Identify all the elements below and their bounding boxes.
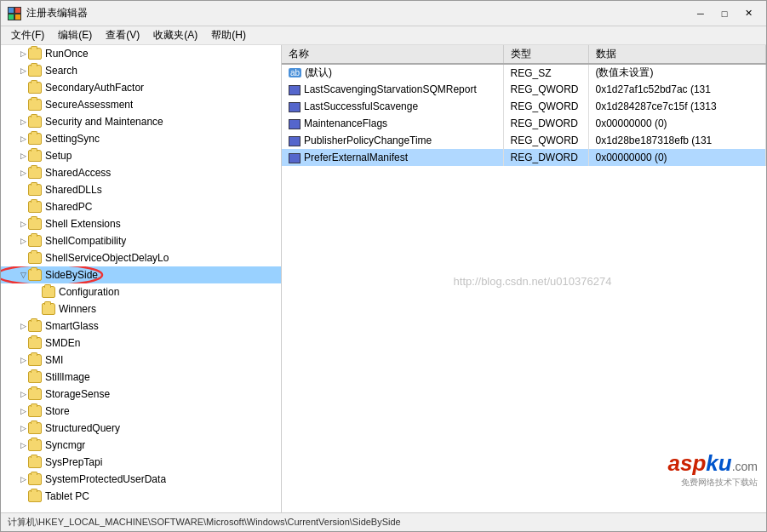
maximize-button[interactable]: □ [713,5,736,22]
table-row[interactable]: LastSuccessfulScavenge REG_QWORD 0x1d284… [282,98,766,115]
tree-item-label: SideBySide [45,269,98,281]
expand-icon: ▷ [18,438,28,452]
registry-table[interactable]: 名称 类型 数据 ab(默认) REG_SZ (数值未设置) [282,45,766,512]
table-row[interactable]: LastScavengingStarvationSQMReport REG_QW… [282,81,766,98]
folder-icon [28,388,42,400]
tree-item-sharedaccess[interactable]: ▷ SharedAccess [1,164,281,181]
expand-icon: ▷ [18,319,28,333]
menu-bar: 文件(F) 编辑(E) 查看(V) 收藏夹(A) 帮助(H) [1,26,766,45]
svg-rect-2 [9,14,14,20]
expand-icon: ▷ [18,387,28,401]
tree-item-search[interactable]: ▷ Search [1,62,281,79]
tree-item-systemprotecteduserdata[interactable]: ▷ SystemProtectedUserData [1,471,281,488]
tree-item-storagesense[interactable]: ▷ StorageSense [1,386,281,403]
tree-item-shellextensions[interactable]: ▷ Shell Extensions [1,215,281,232]
tree-item-label: Search [45,65,77,77]
tree-item-configuration[interactable]: Configuration [1,283,281,300]
tree-item-syspreptapi[interactable]: SysPrepTapi [1,454,281,471]
table-row[interactable]: ab(默认) REG_SZ (数值未设置) [282,64,766,81]
tree-item-label: ShellCompatibility [45,235,126,247]
tree-item-label: Tablet PC [45,490,89,502]
tree-item-syncmgr[interactable]: ▷ Syncmgr [1,437,281,454]
expand-icon: ▽ [18,268,28,282]
tree-item-label: SmartGlass [45,320,99,332]
tree-item-shareddlls[interactable]: SharedDLLs [1,181,281,198]
tree-item-secondaryauthfactor[interactable]: SecondaryAuthFactor [1,79,281,96]
folder-icon [42,286,55,298]
tree-item-label: SMI [45,354,63,366]
expand-icon: ▷ [18,166,28,180]
title-bar: 注册表编辑器 ─ □ ✕ [1,1,766,26]
folder-icon [28,252,42,264]
close-button[interactable]: ✕ [737,5,759,22]
table-row[interactable]: PublisherPolicyChangeTime REG_QWORD 0x1d… [282,132,766,149]
tree-item-smden[interactable]: SMDEn [1,335,281,352]
expand-icon [31,285,42,299]
expand-icon: ▷ [18,132,28,146]
tree-item-structuredquery[interactable]: ▷ StructuredQuery [1,420,281,437]
reg-data: (数值未设置) [588,64,766,81]
reg-name: ab(默认) [282,64,503,81]
folder-icon [28,354,42,366]
tree-item-runonce[interactable]: ▷ RunOnce [1,45,281,62]
tree-item-settingsync[interactable]: ▷ SettingSync [1,130,281,147]
table-row[interactable]: PreferExternalManifest REG_DWORD 0x00000… [282,149,766,166]
reg-name: MaintenanceFlags [282,115,503,132]
tree-item-secureassessment[interactable]: SecureAssessment [1,96,281,113]
svg-rect-0 [9,8,14,13]
expand-icon [18,200,28,214]
window-controls: ─ □ ✕ [690,5,759,22]
expand-icon: ▷ [18,472,28,486]
tree-item-securitymaintenance[interactable]: ▷ Security and Maintenance [1,113,281,130]
menu-view[interactable]: 查看(V) [99,26,146,44]
expand-icon: ▷ [18,149,28,163]
expand-icon [18,489,28,503]
tree-item-label: StillImage [45,371,90,383]
main-window: 注册表编辑器 ─ □ ✕ 文件(F) 编辑(E) 查看(V) 收藏夹(A) 帮助… [0,0,767,532]
tree-item-sharedpc[interactable]: SharedPC [1,198,281,215]
menu-file[interactable]: 文件(F) [4,26,51,44]
tree-item-shellserviceobjectdelay[interactable]: ShellServiceObjectDelayLo [1,249,281,266]
tree-item-setup[interactable]: ▷ Setup [1,147,281,164]
table-row[interactable]: MaintenanceFlags REG_DWORD 0x00000000 (0… [282,115,766,132]
menu-favorites[interactable]: 收藏夹(A) [146,26,204,44]
tree-item-label: SettingSync [45,133,100,145]
expand-icon: ▷ [18,217,28,231]
folder-icon [28,133,42,145]
tree-item-store[interactable]: ▷ Store [1,403,281,420]
tree-item-label: Winners [59,303,96,315]
reg-data: 0x00000000 (0) [588,115,766,132]
menu-help[interactable]: 帮助(H) [204,26,253,44]
svg-rect-3 [15,14,20,20]
reg-name: LastSuccessfulScavenge [282,98,503,115]
tree-item-stillimage[interactable]: StillImage [1,369,281,386]
folder-icon [28,405,42,417]
folder-icon [28,269,42,281]
folder-icon [28,473,42,485]
tree-item-shellcompatibility[interactable]: ▷ ShellCompatibility [1,232,281,249]
tree-item-tabletpc[interactable]: Tablet PC [1,488,281,505]
col-header-name: 名称 [282,45,503,64]
expand-icon [18,183,28,197]
reg-data: 0x1d28be187318efb (131 [588,132,766,149]
reg-data: 0x1d284287ce7c15f (1313 [588,98,766,115]
registry-tree[interactable]: ▷ RunOnce ▷ Search SecondaryAuthFactor S… [1,45,282,512]
expand-icon: ▷ [18,115,28,129]
folder-icon [28,150,42,162]
reg-type: REG_QWORD [503,132,588,149]
tree-item-smi[interactable]: ▷ SMI [1,352,281,369]
col-header-type: 类型 [503,45,588,64]
tree-item-winners[interactable]: Winners [1,300,281,317]
tree-item-label: SharedAccess [45,167,111,179]
tree-item-smartglass[interactable]: ▷ SmartGlass [1,317,281,335]
minimize-button[interactable]: ─ [690,5,712,22]
expand-icon: ▷ [18,421,28,435]
folder-icon [28,218,42,230]
folder-icon [28,320,42,332]
expand-icon [18,251,28,265]
right-pane: 名称 类型 数据 ab(默认) REG_SZ (数值未设置) [282,45,766,512]
tree-item-sidebyside[interactable]: ▽ SideBySide [1,266,281,283]
menu-edit[interactable]: 编辑(E) [51,26,99,44]
col-header-data: 数据 [588,45,766,64]
tree-item-label: Syncmgr [45,439,85,451]
